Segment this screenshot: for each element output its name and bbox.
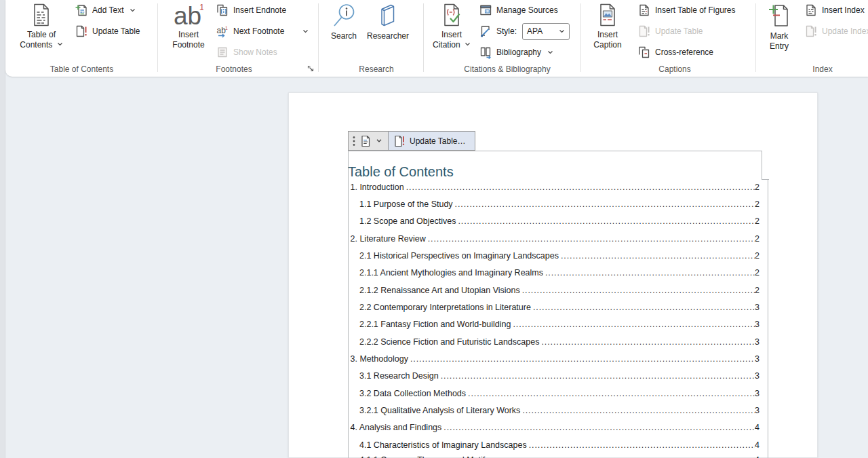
toc-entry-row[interactable]: 4.1.1 Common Themes and Motifs .........… — [349, 452, 760, 458]
insert-citation-button[interactable]: Insert Citation — [427, 2, 477, 62]
toc-entry-row[interactable]: 1.1 Purpose of the Study ...............… — [349, 195, 760, 212]
insert-table-of-figures-label: Insert Table of Figures — [655, 5, 736, 15]
update-table-label: Update Table — [92, 26, 140, 36]
toc-entry-row[interactable]: 3.2 Data Collection Methods ............… — [349, 385, 760, 402]
toc-entry-text[interactable]: 2.2.2 Science Fiction and Futuristic Lan… — [359, 337, 539, 347]
update-index-label: Update Index — [822, 26, 868, 36]
toc-leader-dots: ........................................… — [522, 406, 755, 415]
toc-entry-page: 2 — [755, 268, 760, 278]
table-of-contents-button[interactable]: Table of Contents — [13, 2, 70, 62]
toc-entry-text[interactable]: 1.2 Scope and Objectives — [359, 216, 456, 226]
mark-entry-label-2: Entry — [770, 41, 789, 51]
toc-entry-page: 2 — [755, 216, 760, 226]
researcher-button[interactable]: Researcher — [359, 2, 416, 62]
toc-entry-row[interactable]: 3.1 Research Design ....................… — [349, 368, 760, 385]
insert-citation-label-1: Insert — [441, 30, 462, 39]
add-text-button[interactable]: Add Text — [75, 1, 136, 20]
toc-entry-row[interactable]: 1.2 Scope and Objectives ...............… — [349, 213, 760, 230]
insert-endnote-button[interactable]: Insert Endnote — [216, 1, 286, 20]
chevron-down-icon — [559, 29, 565, 33]
show-notes-button[interactable]: Show Notes — [216, 43, 277, 62]
toc-entry-row[interactable]: 3. Methodology .........................… — [349, 350, 760, 367]
toc-entry-row[interactable]: 1. Introduction ........................… — [349, 180, 760, 195]
toc-entry-page: 2 — [755, 199, 760, 209]
toc-leader-dots: ........................................… — [443, 423, 755, 432]
svg-text:1: 1 — [199, 3, 203, 12]
toc-entry-row[interactable]: 3.2.1 Qualitative Analysis of Literary W… — [349, 402, 760, 419]
cross-reference-icon — [637, 45, 651, 59]
chevron-down-icon — [130, 8, 136, 12]
mark-entry-label-1: Mark — [770, 31, 789, 41]
toc-entry-text[interactable]: 4.1.1 Common Themes and Motifs — [359, 455, 490, 458]
update-index-icon — [804, 24, 818, 38]
toc-entry-row[interactable]: 2.1.1 Ancient Mythologies and Imaginary … — [349, 265, 760, 282]
toc-entry-text[interactable]: 3.2.1 Qualitative Analysis of Literary W… — [359, 406, 520, 415]
toc-entry-row[interactable]: 2. Literature Review ...................… — [349, 230, 760, 247]
manage-sources-button[interactable]: Manage Sources — [479, 1, 558, 20]
bibliography-button[interactable]: Bibliography — [479, 43, 553, 62]
toc-leader-dots: ........................................… — [458, 216, 755, 226]
toc-entry-page: 4 — [755, 455, 760, 458]
toc-entry-text[interactable]: 1. Introduction — [351, 183, 404, 192]
content-control-tab: Update Table… — [348, 131, 475, 151]
toc-entry-page: 3 — [755, 406, 760, 415]
toc-entry-text[interactable]: 4. Analysis and Findings — [351, 423, 442, 432]
toc-entry-row[interactable]: 2.1 Historical Perspectives on Imaginary… — [349, 247, 760, 264]
toc-entry-text[interactable]: 2.2.1 Fantasy Fiction and World-building — [359, 320, 511, 329]
footnotes-dialog-launcher[interactable] — [306, 64, 315, 73]
toc-entry-row[interactable]: 4. Analysis and Findings ...............… — [349, 419, 760, 436]
update-table-icon — [75, 24, 88, 38]
chevron-down-icon[interactable] — [376, 138, 382, 143]
next-footnote-dropdown[interactable] — [302, 22, 309, 41]
ribbon-group-captions: Insert Caption Insert Table of Figures U… — [581, 0, 756, 77]
toc-entry-row[interactable]: 2.1.2 Renaissance Art and Utopian Vision… — [349, 282, 760, 299]
toc-leader-dots: ........................................… — [428, 234, 755, 244]
add-text-icon — [75, 3, 88, 17]
toc-entry-text[interactable]: 2.1.2 Renaissance Art and Utopian Vision… — [359, 286, 520, 295]
toc-entry-text[interactable]: 2.2 Contemporary Interpretations in Lite… — [359, 303, 531, 312]
toc-entry-text[interactable]: 3. Methodology — [351, 354, 408, 364]
toc-entry-text[interactable]: 3.1 Research Design — [359, 371, 439, 381]
style-label: Style: — [496, 26, 517, 36]
next-footnote-button[interactable]: ab 1 Next Footnote — [216, 22, 284, 41]
update-table-icon — [393, 134, 406, 148]
group-label-index: Index — [756, 64, 868, 74]
ribbon-group-footnotes: ab 1 Insert Footnote Insert Endnote ab 1 — [158, 0, 319, 77]
show-notes-label: Show Notes — [233, 47, 277, 57]
insert-caption-button[interactable]: Insert Caption — [587, 2, 629, 62]
content-control-handle-segment[interactable] — [349, 132, 388, 150]
bibliography-label: Bibliography — [496, 47, 541, 57]
toc-title[interactable]: Table of Contents — [348, 164, 454, 179]
toc-entry-text[interactable]: 2.1.1 Ancient Mythologies and Imaginary … — [359, 268, 543, 278]
next-footnote-icon: ab 1 — [216, 24, 229, 38]
toc-entry-text[interactable]: 2.1 Historical Perspectives on Imaginary… — [359, 251, 559, 261]
toc-entry-text[interactable]: 3.2 Data Collection Methods — [359, 389, 466, 398]
toc-entry-text[interactable]: 2. Literature Review — [351, 234, 426, 244]
style-select[interactable]: APA — [522, 23, 570, 40]
content-control-update-table-button[interactable]: Update Table… — [388, 132, 475, 150]
toc-leader-dots: ........................................… — [533, 303, 755, 312]
toc-entry-row[interactable]: 2.2 Contemporary Interpretations in Lite… — [349, 299, 760, 316]
insert-footnote-button[interactable]: ab 1 Insert Footnote — [163, 2, 214, 62]
insert-table-of-figures-icon — [637, 3, 651, 17]
search-label: Search — [331, 31, 357, 41]
search-button[interactable]: Search — [324, 2, 363, 62]
insert-index-button[interactable]: Insert Index — [804, 1, 865, 20]
style-value: APA — [527, 26, 542, 36]
document-page[interactable]: Update Table… Table of Contents 1. Intro… — [288, 92, 818, 458]
toc-entry-text[interactable]: 4.1 Characteristics of Imaginary Landsca… — [359, 440, 527, 450]
insert-table-of-figures-button[interactable]: Insert Table of Figures — [637, 1, 736, 20]
toc-entry-row[interactable]: 2.2.1 Fantasy Fiction and World-building… — [349, 316, 760, 333]
bibliography-icon — [479, 45, 492, 59]
toc-entry-page: 3 — [755, 389, 760, 398]
insert-citation-icon — [440, 3, 463, 27]
update-table-button[interactable]: Update Table — [75, 22, 140, 41]
update-index-button[interactable]: Update Index — [804, 22, 868, 41]
update-table-captions-button[interactable]: Update Table — [637, 22, 703, 41]
cross-reference-button[interactable]: Cross-reference — [637, 43, 713, 62]
toc-leader-dots: ........................................… — [529, 440, 755, 450]
toc-entry-row[interactable]: 2.2.2 Science Fiction and Futuristic Lan… — [349, 333, 760, 350]
mark-entry-button[interactable]: Mark Entry — [762, 2, 797, 62]
style-icon — [479, 24, 492, 38]
toc-entry-text[interactable]: 1.1 Purpose of the Study — [359, 199, 453, 209]
